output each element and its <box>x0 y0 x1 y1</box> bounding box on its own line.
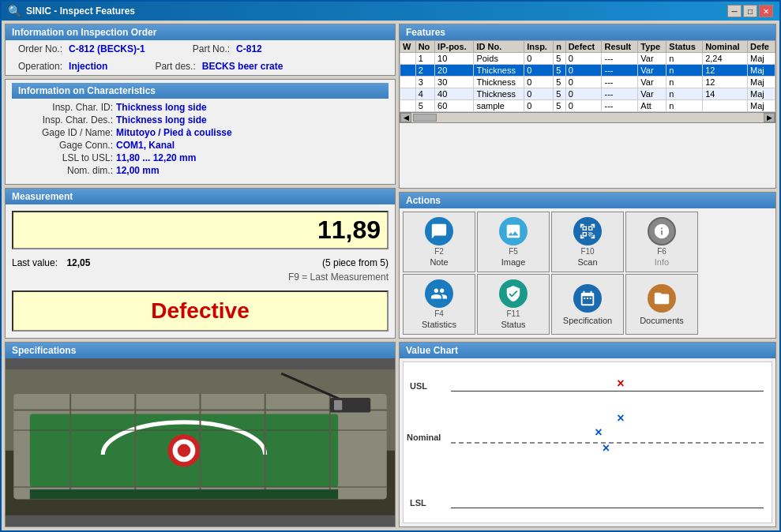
specifications-header: Specifications <box>6 343 395 358</box>
table-cell: --- <box>602 53 638 65</box>
table-cell: 0 <box>565 65 602 77</box>
f4-statistics-button[interactable]: F4 Statistics <box>403 274 475 335</box>
operation-pair: Operation: Injection <box>18 61 107 72</box>
lsl-usl-label: LSL to USL: <box>18 152 113 163</box>
part-des-label: Part des.: <box>155 61 195 72</box>
top-section: Information on Inspection Order Order No… <box>5 24 776 339</box>
measurement-input[interactable]: 11,89 <box>12 211 389 249</box>
statistics-icon <box>425 279 453 308</box>
horizontal-scrollbar[interactable]: ◀ ▶ <box>400 112 775 123</box>
f6-info-button[interactable]: F6 Info <box>625 212 698 272</box>
close-button[interactable]: ✕ <box>759 5 773 17</box>
inspection-order-header: Information on Inspection Order <box>6 24 395 40</box>
table-cell: Var <box>638 88 666 100</box>
inspection-order-row: Order No.: C-812 (BECKS)-1 Part No.: C-8… <box>6 40 395 58</box>
table-cell: 30 <box>435 77 474 88</box>
specification-icon <box>573 284 602 313</box>
table-cell: 0 <box>524 77 554 88</box>
table-cell: Var <box>638 53 666 65</box>
titlebar-title: 🔍 SINIC - Inspect Features <box>8 5 135 17</box>
table-cell: Poids <box>474 53 524 65</box>
table-cell: 0 <box>565 77 602 88</box>
beer-crate-image <box>6 358 395 526</box>
table-cell: Var <box>638 77 666 88</box>
defective-banner: Defective <box>12 290 389 332</box>
table-cell: Att <box>638 100 666 112</box>
char-des-label: Insp. Char. Des.: <box>18 114 113 126</box>
measurement-header: Measurement <box>6 189 395 204</box>
gage-id-value: Mitutoyo / Pied à coulisse <box>116 127 232 138</box>
scroll-right-btn[interactable]: ▶ <box>764 113 775 122</box>
measurement-header-text: Measurement <box>12 191 73 202</box>
order-no-value: C-812 (BECKS)-1 <box>69 43 145 54</box>
char-des-value: Thickness long side <box>116 114 207 126</box>
measurement-info: Last value: 12,05 (5 piece from 5) <box>6 256 395 270</box>
f5-key: F5 <box>509 247 518 256</box>
main-window: 🔍 SINIC - Inspect Features ─ □ ✕ Informa… <box>0 0 781 532</box>
image-label: Image <box>501 257 526 267</box>
table-cell <box>400 77 416 88</box>
f6-key: F6 <box>657 247 666 256</box>
table-cell: 3 <box>415 77 434 88</box>
table-cell: n <box>666 65 703 77</box>
col-nominal: Nominal <box>703 41 748 53</box>
specification-button[interactable]: Specification <box>551 274 624 335</box>
last-value-label: Last value: <box>12 257 58 268</box>
part-des-value: BECKS beer crate <box>202 61 283 72</box>
table-cell: n <box>666 100 703 112</box>
char-id-value: Thickness long side <box>116 102 207 113</box>
info-icon <box>648 217 676 245</box>
table-cell: 5 <box>554 53 566 65</box>
table-row[interactable]: 110Poids050---Varn2,24Maj <box>400 53 775 65</box>
table-header-row: W No IP-pos. ID No. Insp. n Defect Resul… <box>400 41 775 53</box>
maximize-button[interactable]: □ <box>743 5 757 17</box>
table-cell: 5 <box>554 77 566 88</box>
f2-note-button[interactable]: F2 Note <box>403 212 475 272</box>
col-insp: Insp. <box>524 41 554 53</box>
f10-scan-button[interactable]: F10 Scan <box>551 212 624 272</box>
spec-image-area <box>6 358 395 526</box>
nom-dim-row: Nom. dim.: 12,00 mm <box>18 165 382 176</box>
features-table: Features W No IP-pos. ID No. Insp. <box>399 24 776 189</box>
table-cell: 14 <box>703 88 748 100</box>
table-cell: Maj <box>748 53 775 65</box>
part-no-label: Part No.: <box>193 43 230 54</box>
table-cell: --- <box>602 77 638 88</box>
table-row[interactable]: 220Thickness050---Varn12Maj <box>400 65 775 77</box>
documents-button[interactable]: Documents <box>625 274 698 335</box>
svg-rect-19 <box>334 400 342 410</box>
col-w: W <box>400 41 416 53</box>
value-chart-box: Value Chart USL × Nominal <box>399 342 776 527</box>
f4-key: F4 <box>434 309 444 318</box>
operation-value: Injection <box>69 61 107 72</box>
f5-image-button[interactable]: F5 Image <box>477 212 550 272</box>
char-des-row: Insp. Char. Des.: Thickness long side <box>18 114 382 126</box>
bottom-section: Specifications <box>5 342 776 527</box>
table-cell: 12 <box>703 77 748 88</box>
actions-header-text: Actions <box>406 195 441 206</box>
chart-point-blue-3: × <box>603 441 610 455</box>
characteristics-header: Information on Characteristics <box>12 83 389 99</box>
minimize-button[interactable]: ─ <box>727 5 742 17</box>
note-label: Note <box>430 257 448 267</box>
table-cell: --- <box>602 100 638 112</box>
lsl-usl-value: 11,80 ... 12,20 mm <box>116 152 196 163</box>
scroll-left-btn[interactable]: ◀ <box>400 113 411 122</box>
table-row[interactable]: 440Thickness050---Varn14Maj <box>400 88 775 100</box>
table-row[interactable]: 330Thickness050---Varn12Maj <box>400 77 775 88</box>
table-cell <box>703 100 748 112</box>
f11-status-button[interactable]: F11 Status <box>477 274 550 335</box>
table-cell: 5 <box>554 88 566 100</box>
scroll-thumb[interactable] <box>413 114 437 122</box>
table-cell <box>400 100 416 112</box>
col-ip-pos: IP-pos. <box>435 41 474 53</box>
table-cell: Var <box>638 65 666 77</box>
col-no: No <box>415 41 434 53</box>
table-cell: Maj <box>748 100 775 112</box>
table-cell: 2,24 <box>703 53 748 65</box>
table-cell: Thickness <box>474 65 524 77</box>
chart-area: USL × Nominal × × × <box>403 362 772 523</box>
table-cell: sample <box>474 100 524 112</box>
part-no-value: C-812 <box>236 43 262 54</box>
table-row[interactable]: 560sample050---AttnMaj <box>400 100 775 112</box>
